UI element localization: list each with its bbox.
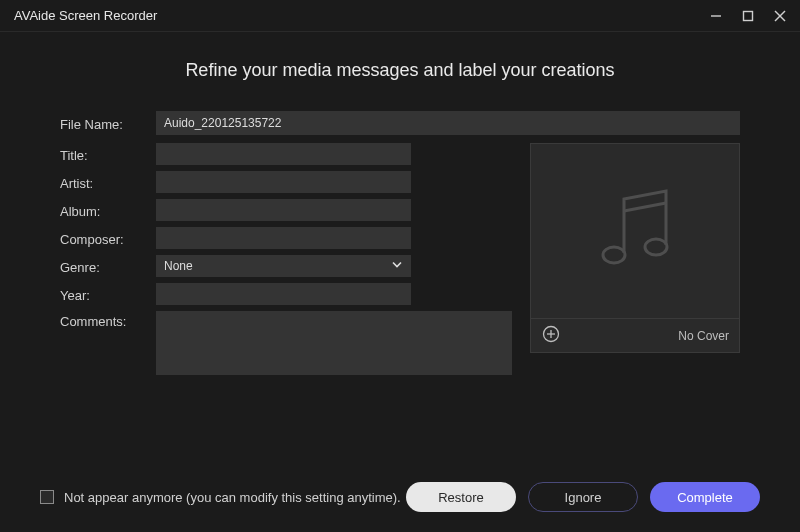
no-cover-label: No Cover [678,329,729,343]
year-row: Year: [60,283,512,305]
genre-select[interactable] [156,255,411,277]
svg-rect-1 [744,11,753,20]
album-row: Album: [60,199,512,221]
close-button[interactable] [770,6,790,26]
cover-panel: No Cover [530,143,740,353]
comments-row: Comments: [60,311,512,375]
cover-art-placeholder [531,144,739,318]
composer-input[interactable] [156,227,411,249]
complete-button[interactable]: Complete [650,482,760,512]
footer: Not appear anymore (you can modify this … [0,468,800,532]
artist-row: Artist: [60,171,512,193]
album-input[interactable] [156,199,411,221]
maximize-button[interactable] [738,6,758,26]
music-note-icon [580,175,690,288]
genre-label: Genre: [60,257,156,275]
app-title: AVAide Screen Recorder [14,8,157,23]
genre-row: Genre: [60,255,512,277]
title-row: Title: [60,143,512,165]
composer-label: Composer: [60,229,156,247]
title-label: Title: [60,145,156,163]
svg-point-4 [603,247,625,263]
not-appear-label: Not appear anymore (you can modify this … [64,490,401,505]
year-label: Year: [60,285,156,303]
cover-footer: No Cover [531,318,739,352]
album-label: Album: [60,201,156,219]
year-input[interactable] [156,283,411,305]
genre-value[interactable] [156,255,411,277]
page-headline: Refine your media messages and label you… [60,60,740,81]
window-controls [706,6,790,26]
title-input[interactable] [156,143,411,165]
artist-label: Artist: [60,173,156,191]
filename-row: File Name: [60,111,740,135]
form-area: Title: Artist: Album: Composer: Genre: [60,143,740,381]
filename-label: File Name: [60,114,156,132]
plus-circle-icon [542,325,560,346]
ignore-button[interactable]: Ignore [528,482,638,512]
metadata-fields: Title: Artist: Album: Composer: Genre: [60,143,512,381]
minimize-button[interactable] [706,6,726,26]
footer-buttons: Restore Ignore Complete [406,482,760,512]
restore-button[interactable]: Restore [406,482,516,512]
filename-input[interactable] [156,111,740,135]
comments-label: Comments: [60,311,156,329]
add-cover-button[interactable] [541,326,561,346]
comments-input[interactable] [156,311,512,375]
not-appear-checkbox[interactable] [40,490,54,504]
content-area: Refine your media messages and label you… [0,32,800,468]
svg-point-5 [645,239,667,255]
composer-row: Composer: [60,227,512,249]
titlebar: AVAide Screen Recorder [0,0,800,32]
svg-line-6 [624,203,666,211]
artist-input[interactable] [156,171,411,193]
